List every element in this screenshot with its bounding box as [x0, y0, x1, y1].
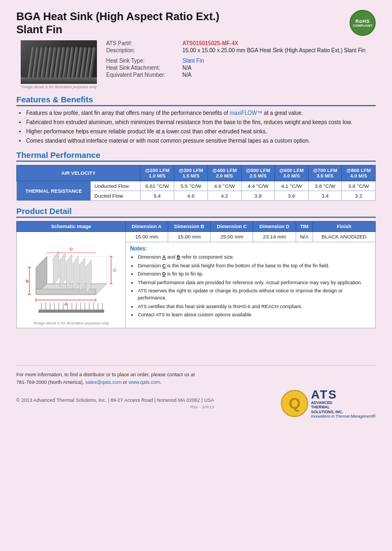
col-700lfm: @700 LFM3.5 M/S: [308, 166, 342, 181]
product-detail-section-title: Product Detail: [16, 206, 376, 218]
ats-tagline: Innovations in Thermal Management®: [311, 414, 376, 418]
features-section-title: Features & Benefits: [16, 95, 376, 106]
ducted-400: 4.2: [208, 191, 242, 201]
website: www.qats.com: [128, 379, 160, 385]
unducted-200: 6.61 °C/W: [140, 181, 174, 191]
equivalent-part-row: Equivalent Part Number: N/A: [106, 72, 376, 78]
header-row: BGA Heat Sink (High Aspect Ratio Ext.) S…: [16, 10, 376, 36]
note-2: Dimension C is the heat sink height from…: [138, 262, 371, 270]
attachment-value: N/A: [182, 65, 192, 71]
title-line1: BGA Heat Sink (High Aspect Ratio Ext.): [16, 10, 219, 22]
description-label: Description:: [106, 47, 182, 53]
unducted-800: 3.6 °C/W: [342, 181, 376, 191]
svg-marker-9: [66, 254, 72, 289]
detail-col-c: Dimension C: [211, 222, 253, 232]
dim-d-value: 23.14 mm: [253, 232, 296, 242]
dim-a-value: 15.00 mm: [126, 232, 168, 242]
ats-full-name-3: SOLUTIONS, INC.: [311, 410, 376, 414]
rohs-compliant: COMPLIANT: [353, 24, 372, 28]
footer-bottom: © 2013 Advanced Thermal Solutions, Inc. …: [16, 389, 376, 418]
notes-cell: Notes: Dimension A and B refer to compon…: [126, 242, 376, 328]
maxiflow-highlight: maxiFLOW™: [230, 110, 262, 116]
thermal-section-title: Thermal Performance: [16, 150, 376, 162]
heat-sink-type-value: Slant Fin: [182, 58, 204, 64]
image-note: *Image above is for illustration purpose…: [21, 85, 96, 89]
tim-value: N/A: [296, 232, 313, 242]
col-400lfm: @400 LFM2.0 M/S: [208, 166, 242, 181]
ats-letters: ATS: [311, 389, 376, 401]
website-link[interactable]: www.qats.com: [128, 379, 160, 385]
table-row-unducted: THERMAL RESISTANCE Unducted Flow 6.61 °C…: [17, 181, 376, 191]
unducted-label: Unducted Flow: [91, 181, 140, 191]
svg-text:A: A: [64, 302, 68, 307]
part-number-row: ATS Part#: ATS015015025-MF-4X: [106, 40, 376, 46]
ducted-800: 3.2: [342, 191, 376, 201]
detail-col-finish: Finish: [313, 222, 376, 232]
unducted-600: 4.1 °C/W: [275, 181, 309, 191]
svg-text:B: B: [26, 279, 28, 284]
feature-item-2: Fabricated from extruded aluminum, which…: [26, 119, 376, 126]
description-value: 15.00 x 15.00 x 25.00 mm BGA Heat Sink (…: [182, 47, 365, 53]
col-500lfm: @500 LFM2.5 M/S: [241, 166, 275, 181]
ducted-600: 3.6: [275, 191, 309, 201]
thermal-table: AIR VELOCITY @200 LFM1.0 M/S @300 LFM1.5…: [16, 165, 376, 201]
copyright: © 2013 Advanced Thermal Solutions, Inc. …: [16, 397, 214, 403]
detail-col-d: Dimension D: [253, 222, 296, 232]
ats-q-letter: Q: [289, 395, 301, 412]
ats-logo-circle: Q: [281, 390, 308, 417]
product-specs: ATS Part#: ATS015015025-MF-4X Descriptio…: [101, 40, 376, 79]
equivalent-part-label: Equivalent Part Number:: [106, 72, 182, 78]
notes-title: Notes:: [130, 246, 371, 252]
schematic-note: *Image above is for illustration purpose…: [20, 321, 122, 325]
schematic-svg: A B C D: [25, 235, 118, 319]
col-800lfm: @800 LFM4.0 M/S: [342, 166, 376, 181]
dim-b-value: 15.00 mm: [168, 232, 210, 242]
ats-logo-area: Q ATS ADVANCED THERMAL SOLUTIONS, INC. I…: [281, 389, 376, 418]
detail-col-b: Dimension B: [168, 222, 210, 232]
part-number-value: ATS015015025-MF-4X: [182, 40, 238, 46]
email: sales@qats.com: [85, 379, 122, 385]
ducted-500: 3.8: [241, 191, 275, 201]
note-4: Thermal performance data are provided fo…: [138, 279, 371, 286]
email-link[interactable]: sales@qats.com: [85, 379, 122, 385]
ducted-300: 4.6: [174, 191, 208, 201]
description-row: Description: 15.00 x 15.00 x 25.00 mm BG…: [106, 47, 376, 53]
ats-full-name-1: ADVANCED: [311, 401, 376, 405]
svg-text:C: C: [113, 268, 117, 273]
detail-col-tim: TIM: [296, 222, 313, 232]
detail-values-row: A B C D: [17, 232, 376, 242]
attachment-row: Heat Sink Attachment: N/A: [106, 65, 376, 71]
title-line2: Slant Fin: [16, 23, 62, 35]
dim-c-value: 25.00 mm: [211, 232, 253, 242]
air-velocity-header: AIR VELOCITY: [17, 166, 140, 181]
rohs-badge: RoHS COMPLIANT: [350, 10, 376, 36]
detail-col-a: Dimension A: [126, 222, 168, 232]
note-6: ATS certifies that this heat sink assemb…: [138, 303, 371, 310]
thermal-resistance-label: THERMAL RESISTANCE: [17, 181, 91, 201]
ats-text-block: ATS ADVANCED THERMAL SOLUTIONS, INC. Inn…: [311, 389, 376, 418]
heatsink-image: [21, 40, 97, 84]
footer-area: For more information, to find a distribu…: [16, 365, 376, 418]
ducted-700: 3.4: [308, 191, 342, 201]
footer-left: © 2013 Advanced Thermal Solutions, Inc. …: [16, 397, 214, 409]
svg-marker-5: [53, 251, 59, 285]
ats-full-name-2: THERMAL: [311, 405, 376, 409]
ducted-200: 5.4: [140, 191, 174, 201]
col-200lfm: @200 LFM1.0 M/S: [140, 166, 174, 181]
ducted-label: Ducted Flow: [91, 191, 140, 201]
col-300lfm: @300 LFM1.5 M/S: [174, 166, 208, 181]
product-detail-table: Schematic Image Dimension A Dimension B …: [16, 221, 376, 328]
product-image-area: *Image above is for illustration purpose…: [16, 40, 101, 89]
attachment-label: Heat Sink Attachment:: [106, 65, 182, 71]
feature-item-1: Features a low profile, slant fin array …: [26, 109, 376, 117]
svg-text:D: D: [70, 247, 73, 252]
notes-list: Dimension A and B refer to component siz…: [130, 254, 371, 319]
or-text: or: [123, 379, 127, 385]
heat-sink-type-row: Heat Sink Type: Slant Fin: [106, 58, 376, 64]
unducted-300: 5.5 °C/W: [174, 181, 208, 191]
equivalent-part-value: N/A: [182, 72, 192, 78]
detail-col-schematic: Schematic Image: [17, 222, 126, 232]
unducted-500: 4.4 °C/W: [241, 181, 275, 191]
footer-contact: For more information, to find a distribu…: [16, 371, 376, 386]
heat-sink-type-label: Heat Sink Type:: [106, 58, 182, 64]
